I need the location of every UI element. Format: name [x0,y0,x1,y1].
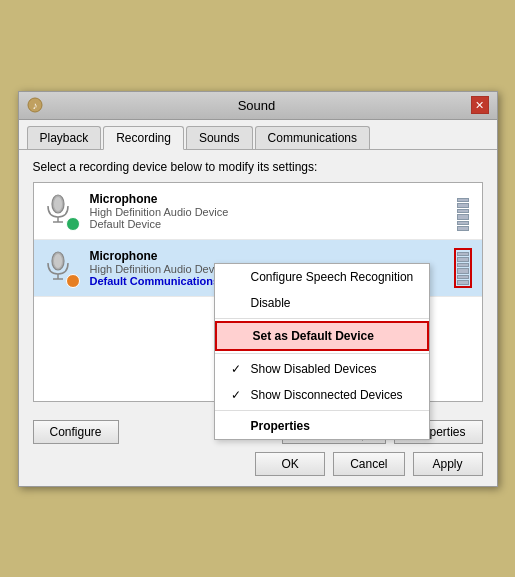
context-menu-disable-label: Disable [251,296,291,310]
bar [457,257,469,262]
bar [457,268,469,274]
status-badge-1 [66,217,80,231]
svg-point-9 [54,254,62,268]
tab-communications[interactable]: Communications [255,126,370,149]
context-menu-properties[interactable]: Properties [215,413,430,439]
context-menu-sep-1 [215,318,430,319]
device-icon-2 [40,248,80,288]
window-title: Sound [43,98,471,113]
description-text: Select a recording device below to modif… [33,160,483,174]
status-badge-2 [66,274,80,288]
bar [457,203,469,208]
context-menu-disable[interactable]: Disable [215,290,430,316]
context-menu-configure-label: Configure Speech Recognition [251,270,414,284]
bar [457,252,469,256]
configure-button[interactable]: Configure [33,420,119,444]
ok-button[interactable]: OK [255,452,325,476]
main-content: Select a recording device below to modif… [19,150,497,412]
sound-icon: ♪ [27,97,43,113]
level-bars-1 [454,191,472,231]
tab-playback[interactable]: Playback [27,126,102,149]
bar [457,198,469,202]
context-menu-set-default-label: Set as Default Device [253,329,374,343]
level-bars-2 [454,248,472,288]
device-item-1[interactable]: Microphone High Definition Audio Device … [34,183,482,240]
context-menu-show-disabled[interactable]: Show Disabled Devices [215,356,430,382]
svg-text:♪: ♪ [32,100,37,111]
device-info-1: Microphone High Definition Audio Device … [90,192,454,230]
title-bar: ♪ Sound ✕ [19,92,497,120]
close-button[interactable]: ✕ [471,96,489,114]
tab-sounds[interactable]: Sounds [186,126,253,149]
tab-recording[interactable]: Recording [103,126,184,150]
bar [457,280,469,285]
device-name-2: Microphone [90,249,454,263]
context-menu-sep-3 [215,410,430,411]
apply-button[interactable]: Apply [413,452,483,476]
bar [457,214,469,220]
bar [457,226,469,231]
device-name-1: Microphone [90,192,454,206]
context-menu-configure[interactable]: Configure Speech Recognition [215,264,430,290]
dialog-buttons-row: OK Cancel Apply [19,448,497,486]
device-sub2-1: Default Device [90,218,454,230]
context-menu-show-disconnected[interactable]: Show Disconnected Devices [215,382,430,408]
device-icon-1 [40,191,80,231]
svg-point-5 [54,197,62,211]
sound-dialog: ♪ Sound ✕ Playback Recording Sounds Comm… [18,91,498,487]
bar [457,209,469,213]
cancel-button[interactable]: Cancel [333,452,404,476]
bar [457,263,469,267]
tab-bar: Playback Recording Sounds Communications [19,120,497,150]
bar [457,275,469,279]
context-menu-set-default[interactable]: Set as Default Device [215,321,430,351]
context-menu-show-disabled-label: Show Disabled Devices [251,362,377,376]
context-menu: Configure Speech Recognition Disable Set… [214,263,431,440]
context-menu-sep-2 [215,353,430,354]
context-menu-properties-label: Properties [251,419,310,433]
context-menu-show-disconnected-label: Show Disconnected Devices [251,388,403,402]
device-sub1-1: High Definition Audio Device [90,206,454,218]
device-list: Microphone High Definition Audio Device … [33,182,483,402]
bar [457,221,469,225]
